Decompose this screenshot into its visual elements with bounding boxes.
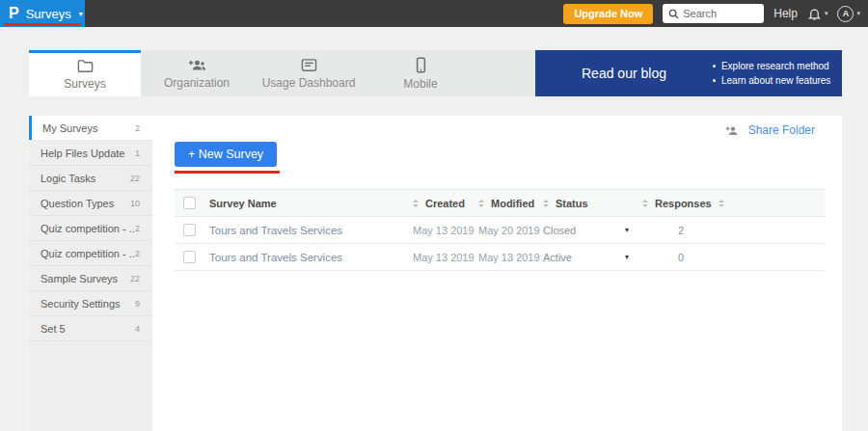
sidebar-item-help-files-update[interactable]: Help Files Update 1 — [29, 141, 152, 166]
status-value: Closed — [543, 225, 576, 236]
red-annotation-underline — [4, 23, 81, 26]
table-row: Tours and Travels Services May 13 2019 M… — [175, 217, 825, 244]
search-icon — [668, 9, 679, 19]
sidebar-item-logic-tasks[interactable]: Logic Tasks 22 — [29, 166, 152, 191]
row-checkbox[interactable] — [183, 251, 196, 263]
tab-usage-dashboard[interactable]: Usage Dashboard — [253, 50, 365, 96]
avatar: A — [837, 6, 854, 22]
bullet-dot-icon — [713, 65, 716, 67]
folder-count: 2 — [135, 224, 140, 233]
blog-bullet-item: Explore research method — [713, 61, 830, 71]
product-switcher[interactable]: P Surveys ▾ — [0, 0, 85, 27]
surveys-table: Survey Name Created Modified Status Resp… — [175, 189, 825, 271]
table-header-row: Survey Name Created Modified Status Resp… — [175, 189, 825, 217]
top-bar: P Surveys ▾ Upgrade Now Help ▾ A ▾ — [0, 0, 868, 27]
search-input[interactable] — [683, 8, 758, 19]
tab-surveys[interactable]: Surveys — [29, 50, 141, 96]
folder-count: 9 — [135, 299, 140, 309]
folder-label: Help Files Update — [41, 148, 135, 159]
column-modified[interactable]: Modified — [491, 198, 534, 209]
folders-sidebar: My Surveys 2 Help Files Update 1 Logic T… — [29, 116, 152, 431]
red-annotation-underline — [175, 171, 280, 174]
sidebar-item-quiz-competition-2[interactable]: Quiz competition - ... 2 — [29, 241, 152, 266]
brand-logo-icon: P — [9, 6, 19, 21]
main-tabs: Surveys Organization Usage Dashboard Mob… — [29, 50, 535, 96]
folder-count: 22 — [130, 174, 140, 183]
tab-label: Surveys — [64, 77, 105, 91]
folder-count: 1 — [135, 148, 140, 158]
tab-label: Usage Dashboard — [262, 76, 356, 90]
blog-banner-bullets: Explore research method Learn about new … — [713, 61, 830, 86]
read-our-blog-banner[interactable]: Read our blog Explore research method Le… — [535, 50, 842, 96]
new-survey-button[interactable]: + New Survey — [175, 142, 277, 167]
status-dropdown-caret-icon[interactable]: ▾ — [625, 253, 642, 261]
sidebar-item-question-types[interactable]: Question Types 10 — [29, 191, 152, 216]
sort-icon[interactable] — [413, 200, 419, 207]
tab-organization[interactable]: Organization — [141, 50, 253, 96]
tab-label: Mobile — [403, 77, 437, 91]
folder-count: 2 — [135, 123, 140, 133]
folder-label: Security Settings — [41, 298, 135, 310]
modified-date: May 13 2019 — [478, 252, 540, 263]
responses-count: 0 — [642, 252, 684, 263]
bell-icon — [807, 7, 822, 21]
sort-icon[interactable] — [543, 200, 549, 207]
blog-banner-title: Read our blog — [582, 66, 666, 81]
folder-label: Quiz competition - ... — [41, 248, 135, 259]
sort-icon[interactable] — [642, 200, 648, 207]
table-row: Tours and Travels Services May 13 2019 M… — [175, 244, 825, 271]
share-person-icon — [725, 124, 741, 137]
sidebar-item-my-surveys[interactable]: My Surveys 2 — [29, 116, 152, 141]
share-folder-link[interactable]: Share Folder — [725, 123, 815, 137]
folder-count: 10 — [130, 199, 140, 208]
tab-label: Organization — [164, 76, 230, 90]
column-created[interactable]: Created — [425, 198, 465, 209]
survey-name-link[interactable]: Tours and Travels Services — [209, 225, 342, 236]
tab-mobile[interactable]: Mobile — [365, 50, 476, 96]
add-people-icon — [188, 58, 206, 72]
bullet-text: Explore research method — [721, 61, 829, 71]
row-checkbox[interactable] — [183, 224, 196, 236]
chevron-down-icon: ▾ — [856, 10, 860, 17]
responses-count: 2 — [642, 225, 684, 236]
upgrade-now-button[interactable]: Upgrade Now — [563, 4, 653, 24]
product-name: Surveys — [26, 7, 71, 21]
status-value: Active — [543, 252, 572, 263]
bullet-dot-icon — [713, 79, 716, 82]
column-responses[interactable]: Responses — [655, 198, 712, 209]
status-dropdown-caret-icon[interactable]: ▾ — [625, 226, 642, 234]
search-box[interactable] — [663, 4, 764, 23]
sidebar-item-quiz-competition-1[interactable]: Quiz competition - ... 2 — [29, 216, 152, 241]
folder-label: Question Types — [41, 198, 130, 209]
sidebar-item-security-settings[interactable]: Security Settings 9 — [29, 291, 152, 316]
topbar-actions: Upgrade Now Help ▾ A ▾ — [563, 4, 868, 24]
chevron-down-icon: ▾ — [825, 10, 828, 17]
share-folder-label: Share Folder — [748, 123, 815, 137]
sidebar-item-set-5[interactable]: Set 5 4 — [29, 316, 152, 341]
notifications-menu[interactable]: ▾ — [807, 7, 828, 21]
select-all-checkbox[interactable] — [183, 197, 196, 209]
modified-date: May 20 2019 — [478, 225, 540, 236]
folder-label: Logic Tasks — [41, 173, 130, 184]
folder-label: Quiz competition - ... — [41, 223, 135, 234]
folder-count: 2 — [135, 249, 140, 258]
sort-icon[interactable] — [719, 200, 724, 207]
sort-icon[interactable] — [478, 200, 484, 207]
surveys-content-panel: Share Folder + New Survey Survey Name Cr… — [152, 116, 842, 431]
column-survey-name: Survey Name — [209, 198, 277, 209]
folder-label: My Surveys — [41, 122, 135, 134]
folder-label: Sample Surveys — [41, 273, 130, 284]
folder-icon — [77, 59, 94, 73]
bullet-text: Learn about new features — [721, 75, 830, 86]
survey-name-link[interactable]: Tours and Travels Services — [209, 252, 342, 263]
created-date: May 13 2019 — [413, 252, 475, 263]
dashboard-icon — [301, 58, 317, 72]
blog-bullet-item: Learn about new features — [713, 75, 830, 86]
created-date: May 13 2019 — [413, 225, 475, 236]
account-menu[interactable]: A ▾ — [837, 6, 860, 22]
sidebar-item-sample-surveys[interactable]: Sample Surveys 22 — [29, 266, 152, 291]
folder-count: 4 — [135, 324, 140, 334]
column-status[interactable]: Status — [556, 198, 588, 209]
help-link[interactable]: Help — [773, 7, 798, 20]
chevron-down-icon: ▾ — [79, 10, 83, 18]
